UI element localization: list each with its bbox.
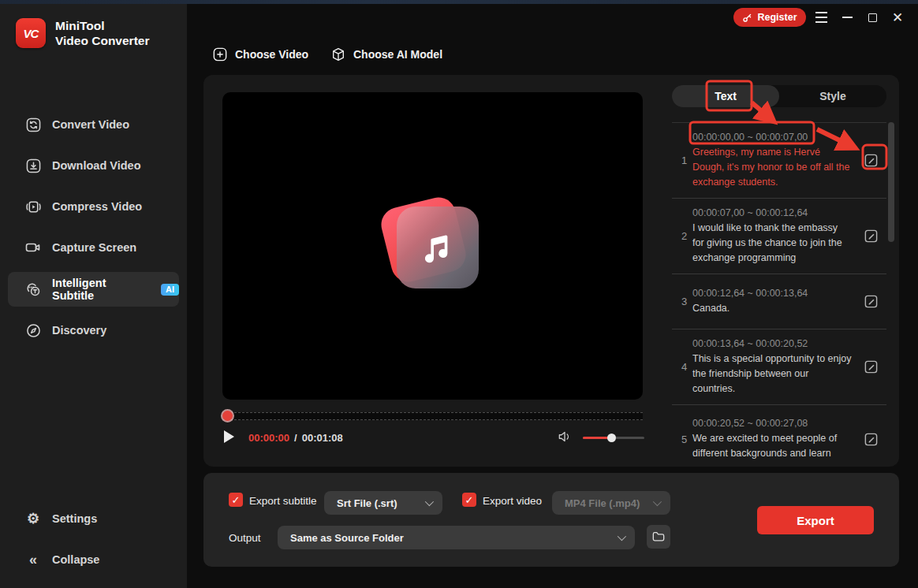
folder-icon <box>652 531 665 542</box>
app-title-line1: MiniTool <box>55 18 149 33</box>
subtitle-text: Greetings, my name is Hervé Dough, it's … <box>692 145 852 190</box>
sidebar-item-settings[interactable]: ⚙ Settings <box>0 504 187 533</box>
time-separator: / <box>294 432 297 444</box>
chevron-down-icon <box>653 497 662 506</box>
export-video-checkbox[interactable]: ✓ <box>462 493 476 507</box>
output-label: Output <box>229 532 261 544</box>
intelligent-subtitle-icon <box>25 281 41 297</box>
subtitle-timestamp: 00:00:07,00 ~ 00:00:12,64 <box>692 207 852 218</box>
convert-video-icon <box>25 117 41 132</box>
audio-artwork <box>386 199 480 293</box>
play-button[interactable] <box>224 430 234 443</box>
export-bar: ✓ Export subtitle Srt File (.srt) ✓ Expo… <box>203 473 899 567</box>
choose-ai-model-tab[interactable]: Choose AI Model <box>331 46 442 63</box>
edit-subtitle-button[interactable] <box>855 153 886 168</box>
sidebar-item-convert-video[interactable]: Convert Video <box>0 110 187 139</box>
volume-button[interactable] <box>558 430 572 446</box>
discovery-icon <box>25 322 41 338</box>
video-preview <box>222 92 643 400</box>
sidebar-item-label: Download Video <box>52 159 141 172</box>
sidebar-item-label: Collapse <box>52 553 99 566</box>
subtitle-tabs: Text Style <box>672 85 886 107</box>
export-subtitle-label: Export subtitle <box>249 495 317 507</box>
choose-ai-model-label: Choose AI Model <box>353 48 442 61</box>
volume-slider[interactable] <box>583 437 644 439</box>
chevron-down-icon <box>618 532 626 541</box>
edit-subtitle-button[interactable] <box>855 432 886 447</box>
menu-button[interactable] <box>813 9 829 25</box>
subtitle-timestamp: 00:00:20,52 ~ 00:00:27,08 <box>692 418 852 429</box>
register-button[interactable]: Register <box>733 8 806 27</box>
subtitle-timestamp: 00:00:13,64 ~ 00:00:20,52 <box>692 338 852 349</box>
sidebar-item-label: Settings <box>52 512 97 525</box>
download-video-icon <box>25 158 41 173</box>
video-format-dropdown[interactable]: MP4 File (.mp4) <box>552 491 670 515</box>
ai-badge: AI <box>161 284 179 296</box>
subtitle-panel: Text Style 1 00:00:00,00 ~ 00:00:07,00 G… <box>672 85 886 460</box>
seek-handle[interactable] <box>222 411 233 421</box>
subtitle-text: Canada. <box>692 301 852 316</box>
app-brand: VC MiniTool Video Converter <box>16 18 149 48</box>
subtitle-row-1[interactable]: 1 00:00:00,00 ~ 00:00:07,00 Greetings, m… <box>672 123 886 199</box>
subtitle-text: This is a special opportunity to enjoy t… <box>692 352 852 396</box>
subtitle-format-dropdown[interactable]: Srt File (.srt) <box>324 491 442 515</box>
seek-bar[interactable] <box>222 412 643 420</box>
sidebar-item-collapse[interactable]: « Collapse <box>0 545 187 574</box>
subtitle-list: 1 00:00:00,00 ~ 00:00:07,00 Greetings, m… <box>672 123 886 460</box>
subtitle-index: 3 <box>672 296 692 307</box>
tab-style[interactable]: Style <box>779 85 886 107</box>
subtitle-index: 1 <box>672 154 692 166</box>
music-note-icon <box>420 229 456 266</box>
sidebar-item-label: Capture Screen <box>52 241 136 254</box>
edit-pencil-icon <box>864 432 879 447</box>
maximize-icon <box>868 13 877 22</box>
edit-subtitle-button[interactable] <box>855 294 886 309</box>
sidebar-item-label: Convert Video <box>52 118 129 131</box>
sidebar-item-discovery[interactable]: Discovery <box>0 316 187 344</box>
tab-text[interactable]: Text <box>672 85 779 107</box>
subtitle-row-4[interactable]: 4 00:00:13,64 ~ 00:00:20,52 This is a sp… <box>672 329 886 405</box>
edit-pencil-icon <box>864 229 879 244</box>
browse-folder-button[interactable] <box>647 525 670 549</box>
sidebar-item-capture-screen[interactable]: Capture Screen <box>0 233 187 262</box>
sidebar-item-download-video[interactable]: Download Video <box>0 151 187 180</box>
export-button-label: Export <box>797 514 834 527</box>
export-video-label: Export video <box>483 495 542 507</box>
output-folder-dropdown[interactable]: Same as Source Folder <box>278 526 635 549</box>
artwork-front-card <box>397 207 479 288</box>
subtitle-index: 4 <box>672 361 692 373</box>
subtitle-row-5[interactable]: 5 00:00:20,52 ~ 00:00:27,08 We are excit… <box>672 405 886 460</box>
subtitle-scrollbar[interactable] <box>888 122 894 242</box>
subtitle-format-value: Srt File (.srt) <box>337 497 425 509</box>
total-duration: 00:01:08 <box>302 432 343 444</box>
hamburger-icon <box>815 12 827 23</box>
settings-gear-icon: ⚙ <box>25 511 41 527</box>
app-logo: VC <box>16 18 46 48</box>
choose-video-tab[interactable]: Choose Video <box>213 46 308 63</box>
edit-pencil-icon <box>864 359 879 374</box>
maximize-button[interactable] <box>864 9 880 25</box>
close-button[interactable]: ✕ <box>890 9 905 25</box>
check-icon: ✓ <box>465 494 474 506</box>
time-display: 00:00:00 / 00:01:08 <box>248 432 343 444</box>
subtitle-text: We are excited to meet people of differe… <box>692 431 852 460</box>
subtitle-row-2[interactable]: 2 00:00:07,00 ~ 00:00:12,64 I would like… <box>672 199 886 274</box>
subtitle-timestamp: 00:00:00,00 ~ 00:00:07,00 <box>692 132 852 143</box>
volume-handle[interactable] <box>607 434 616 442</box>
subtitle-text: I would like to thank the embassy for gi… <box>692 221 852 266</box>
minimize-button[interactable] <box>839 9 855 25</box>
content-card: 00:00:00 / 00:01:08 Text Style 1 00:00:0… <box>203 75 899 467</box>
minimize-icon <box>842 17 853 18</box>
chevron-down-icon <box>425 497 434 506</box>
export-subtitle-checkbox[interactable]: ✓ <box>229 493 243 507</box>
video-format-value: MP4 File (.mp4) <box>565 497 653 509</box>
register-label: Register <box>757 12 797 23</box>
app-title-line2: Video Converter <box>55 33 149 48</box>
sidebar-item-intelligent-subtitle[interactable]: Intelligent Subtitle AI <box>8 272 179 307</box>
export-button[interactable]: Export <box>757 506 874 534</box>
edit-subtitle-button[interactable] <box>855 359 886 374</box>
subtitle-row-3[interactable]: 3 00:00:12,64 ~ 00:00:13,64 Canada. <box>672 274 886 329</box>
sidebar-item-compress-video[interactable]: Compress Video <box>0 192 187 221</box>
edit-subtitle-button[interactable] <box>855 229 886 244</box>
compress-video-icon <box>25 199 41 214</box>
